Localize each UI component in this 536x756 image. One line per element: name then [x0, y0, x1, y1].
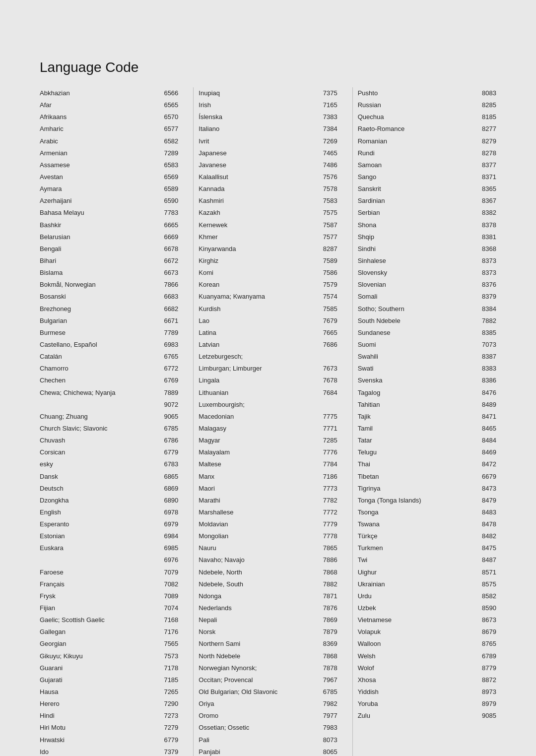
- lang-code: 8476: [476, 388, 496, 398]
- list-item: 9072: [40, 399, 178, 411]
- lang-name: Maori: [199, 484, 317, 494]
- list-item: Navaho; Navajo7886: [199, 554, 337, 566]
- list-item: Xhosa8872: [358, 674, 496, 686]
- lang-code: 6669: [158, 232, 178, 242]
- list-item: Chuang; Zhuang9065: [40, 411, 178, 423]
- lang-code: 6890: [158, 496, 178, 505]
- lang-name: Sango: [358, 172, 476, 182]
- lang-name: Zulu: [358, 711, 476, 721]
- lang-name: Swati: [358, 364, 476, 374]
- lang-name: Esperanto: [40, 519, 158, 529]
- lang-code: 7273: [158, 711, 178, 721]
- lang-name: Amharic: [40, 124, 158, 134]
- lang-code: 7868: [318, 567, 337, 577]
- list-item: Shqip8381: [358, 231, 496, 243]
- lang-code: 7073: [476, 340, 496, 350]
- lang-code: 7185: [158, 675, 178, 685]
- list-item: Sinhalese8373: [358, 255, 496, 267]
- list-item: Japanese7465: [199, 147, 337, 159]
- list-item: Nederlands7876: [199, 602, 337, 614]
- list-item: Chewa; Chichewa; Nyanja7889: [40, 387, 178, 399]
- list-item: Sindhi8368: [358, 243, 496, 255]
- list-item: Fijian7074: [40, 602, 178, 614]
- lang-name: Sundanese: [358, 328, 476, 338]
- list-item: Armenian7289: [40, 147, 178, 159]
- page-title: Language Code: [40, 60, 496, 75]
- lang-name: [40, 400, 158, 410]
- lang-name: Oromo: [199, 711, 317, 721]
- lang-code: 8287: [318, 244, 337, 254]
- lang-code: 6869: [158, 484, 178, 494]
- lang-name: Afar: [40, 100, 158, 110]
- list-item: Volapuk8679: [358, 626, 496, 638]
- lang-name: Japanese: [199, 148, 317, 158]
- list-item: Serbian8382: [358, 207, 496, 219]
- lang-name: Dansk: [40, 472, 158, 482]
- list-item: Malayalam7776: [199, 446, 337, 458]
- list-item: Catalán6765: [40, 351, 178, 363]
- lang-name: Français: [40, 579, 158, 589]
- lang-code: 6786: [158, 436, 178, 445]
- list-item: Zulu9085: [358, 710, 496, 722]
- lang-name: Swahili: [358, 352, 476, 362]
- lang-code: 9065: [158, 412, 178, 422]
- lang-code: 8779: [476, 663, 496, 673]
- lang-code: 7679: [318, 316, 337, 326]
- lang-code: 6683: [158, 292, 178, 302]
- list-item: Azerhaijani6590: [40, 195, 178, 207]
- list-item: Quechua8185: [358, 111, 496, 123]
- lang-code: 7866: [158, 280, 178, 290]
- list-item: Chamorro6772: [40, 363, 178, 375]
- lang-name: Panjabi: [199, 747, 317, 756]
- lang-code: 7876: [318, 603, 337, 613]
- lang-code: 6570: [158, 112, 178, 122]
- lang-name: Vietnamese: [358, 615, 476, 625]
- list-item: Íslenska7383: [199, 111, 337, 123]
- lang-code: 8478: [476, 519, 496, 529]
- lang-name: Bokmål, Norwegian: [40, 280, 158, 290]
- lang-code: 8387: [476, 352, 496, 362]
- lang-name: Macedonian: [199, 412, 317, 422]
- list-item: Malagasy7771: [199, 423, 337, 435]
- lang-name: Tahitian: [358, 400, 476, 410]
- list-item: Tamil8465: [358, 423, 496, 435]
- lang-code: 6983: [158, 340, 178, 350]
- lang-code: 8382: [476, 208, 496, 218]
- lang-code: 8979: [476, 699, 496, 709]
- lang-name: Manx: [199, 472, 317, 482]
- lang-code: 8385: [476, 328, 496, 338]
- lang-code: 7789: [158, 328, 178, 338]
- lang-code: 8278: [476, 148, 496, 158]
- lang-name: Nederlands: [199, 603, 317, 613]
- lang-code: 8185: [476, 112, 496, 122]
- list-item: North Ndebele7868: [199, 650, 337, 662]
- lang-code: 7178: [158, 663, 178, 673]
- lang-name: Euskara: [40, 543, 158, 553]
- list-item: Dansk6865: [40, 471, 178, 483]
- lang-name: Herero: [40, 699, 158, 709]
- lang-code: 6772: [158, 364, 178, 374]
- list-item: Urdu8582: [358, 590, 496, 602]
- list-item: Raeto-Romance8277: [358, 123, 496, 135]
- lang-code: 7776: [318, 447, 337, 457]
- lang-name: Tibetan: [358, 472, 476, 482]
- list-item: Limburgan; Limburger7673: [199, 363, 337, 375]
- lang-name: Frysk: [40, 591, 158, 601]
- lang-code: 8465: [476, 424, 496, 434]
- lang-code: 7176: [158, 627, 178, 637]
- lang-code: 8376: [476, 280, 496, 290]
- lang-name: Tamil: [358, 424, 476, 434]
- list-item: Somali8379: [358, 291, 496, 303]
- lang-code: 6672: [158, 256, 178, 266]
- list-item: Gujarati7185: [40, 674, 178, 686]
- lang-code: 8472: [476, 459, 496, 469]
- lang-name: Malagasy: [199, 424, 317, 434]
- list-item: Tigrinya8473: [358, 483, 496, 495]
- list-item: Sundanese8385: [358, 327, 496, 339]
- lang-code: 7779: [318, 519, 337, 529]
- lang-code: 7375: [318, 88, 337, 98]
- lang-name: Javanese: [199, 160, 317, 170]
- lang-name: Tajik: [358, 412, 476, 422]
- columns-wrapper: Abkhazian6566Afar6565Afrikaans6570Amhari…: [40, 87, 496, 756]
- lang-code: 8073: [318, 735, 337, 745]
